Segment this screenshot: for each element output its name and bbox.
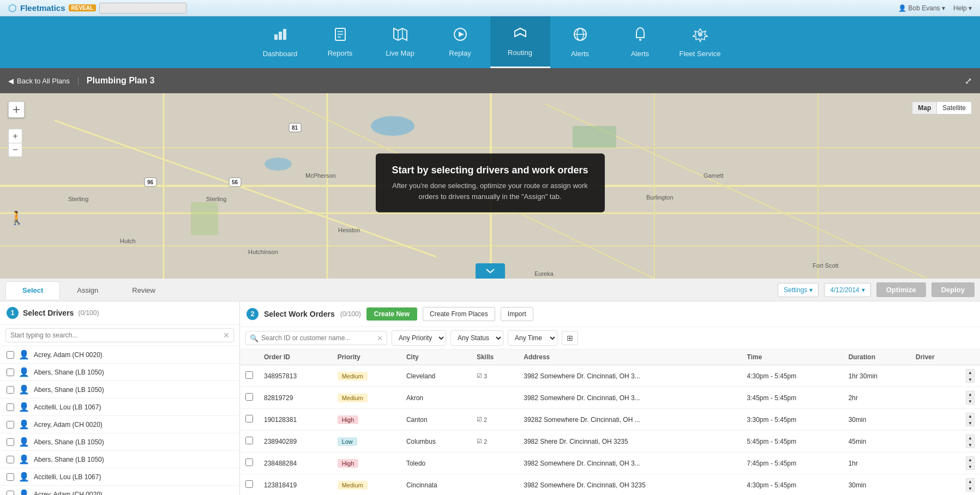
nav-routing[interactable]: Routing bbox=[490, 16, 550, 68]
driver-name: Abers, Shane (LB 1050) bbox=[34, 369, 104, 376]
col-skills[interactable]: Skills bbox=[471, 349, 518, 365]
driver-checkbox[interactable] bbox=[7, 456, 14, 463]
driver-checkbox[interactable] bbox=[7, 386, 14, 394]
list-item[interactable]: 👤 Acrey, Adam (CH 0020) bbox=[0, 486, 239, 495]
nav-reports[interactable]: Reports bbox=[310, 16, 370, 68]
street-view-icon[interactable]: 🚶 bbox=[9, 210, 25, 226]
list-item[interactable]: 👤 Abers, Shane (LB 1050) bbox=[0, 433, 239, 451]
row-scroll-up[interactable]: ▲ bbox=[966, 478, 975, 485]
svg-rect-2 bbox=[283, 29, 286, 40]
col-priority[interactable]: Priority bbox=[332, 349, 401, 365]
user-menu[interactable]: 👤 Bob Evans ▾ bbox=[898, 4, 945, 12]
row-checkbox[interactable] bbox=[245, 371, 253, 379]
row-scroll-up[interactable]: ▲ bbox=[966, 391, 975, 397]
priority-cell: Medium bbox=[332, 365, 401, 387]
map-collapse-button[interactable] bbox=[476, 263, 505, 279]
city-cell: Cincinnata bbox=[401, 474, 471, 496]
row-scroll-down[interactable]: ▼ bbox=[966, 463, 975, 470]
row-checkbox[interactable] bbox=[245, 393, 253, 401]
create-new-button[interactable]: Create New bbox=[366, 307, 417, 321]
time-filter[interactable]: Any Time Morning Afternoon bbox=[508, 330, 557, 346]
table-row: 348957813 Medium Cleveland ☑ 3 3982 Some… bbox=[240, 365, 980, 387]
driver-checkbox[interactable] bbox=[7, 351, 14, 359]
row-checkbox[interactable] bbox=[245, 458, 253, 466]
row-scroll-down[interactable]: ▼ bbox=[966, 485, 975, 492]
zoom-out-button[interactable]: − bbox=[8, 143, 22, 157]
col-duration[interactable]: Duration bbox=[843, 349, 910, 365]
list-item[interactable]: 👤 Abers, Shane (LB 1050) bbox=[0, 451, 239, 468]
driver-checkbox[interactable] bbox=[7, 473, 14, 481]
list-item[interactable]: 👤 Accitelli, Lou (LB 1067) bbox=[0, 468, 239, 486]
create-from-places-button[interactable]: Create From Places bbox=[423, 307, 495, 321]
row-checkbox[interactable] bbox=[245, 480, 253, 488]
top-search[interactable] bbox=[99, 3, 187, 14]
pan-control[interactable] bbox=[8, 101, 25, 118]
time-cell: 4:30pm - 5:45pm bbox=[742, 474, 843, 496]
list-item[interactable]: 👤 Acrey, Adam (CH 0020) bbox=[0, 346, 239, 364]
row-scroll-down[interactable]: ▼ bbox=[966, 442, 975, 448]
row-scroll-buttons: ▲ ▼ bbox=[966, 391, 975, 405]
list-item[interactable]: 👤 Acrey, Adam (CH 0020) bbox=[0, 416, 239, 433]
nav-alerts2[interactable]: Alerts bbox=[610, 16, 670, 68]
nav-replay[interactable]: Replay bbox=[430, 16, 490, 68]
map-type-map[interactable]: Map bbox=[912, 101, 936, 114]
panel-area: Select Assign Review Settings ▾ 4/12/201… bbox=[0, 279, 980, 495]
city-cell: Toledo bbox=[401, 452, 471, 474]
driver-avatar-icon: 👤 bbox=[19, 437, 29, 447]
nav-livemap[interactable]: Live Map bbox=[370, 16, 430, 68]
top-search-input[interactable] bbox=[99, 3, 187, 14]
driver-avatar-icon: 👤 bbox=[19, 402, 29, 412]
row-checkbox[interactable] bbox=[245, 437, 253, 444]
zoom-in-button[interactable]: + bbox=[8, 129, 22, 143]
date-button[interactable]: 4/12/2014 ▾ bbox=[824, 283, 870, 297]
col-driver[interactable]: Driver bbox=[910, 349, 960, 365]
tab-assign[interactable]: Assign bbox=[60, 281, 115, 299]
drivers-search-clear[interactable]: ✕ bbox=[223, 331, 230, 340]
col-city[interactable]: City bbox=[401, 349, 471, 365]
tab-select[interactable]: Select bbox=[5, 281, 60, 299]
row-scroll-up[interactable]: ▲ bbox=[966, 456, 975, 463]
map-type-satellite[interactable]: Satellite bbox=[936, 101, 972, 114]
import-button[interactable]: Import bbox=[501, 307, 533, 321]
col-time[interactable]: Time bbox=[742, 349, 843, 365]
optimize-button[interactable]: Optimize bbox=[876, 282, 926, 297]
driver-name: Accitelli, Lou (LB 1067) bbox=[34, 403, 101, 411]
order-id-cell: 190128381 bbox=[258, 409, 332, 431]
driver-checkbox[interactable] bbox=[7, 491, 14, 496]
priority-cell: High bbox=[332, 452, 401, 474]
col-address[interactable]: Address bbox=[518, 349, 741, 365]
orders-search-clear[interactable]: ✕ bbox=[377, 334, 383, 342]
row-scroll-down[interactable]: ▼ bbox=[966, 398, 975, 405]
back-button[interactable]: ◀ Back to All Plans bbox=[8, 77, 79, 85]
grid-view-button[interactable]: ⊞ bbox=[562, 331, 578, 345]
nav-dashboard[interactable]: Dashboard bbox=[250, 16, 310, 68]
row-scroll-down[interactable]: ▼ bbox=[966, 420, 975, 426]
list-item[interactable]: 👤 Accitelli, Lou (LB 1067) bbox=[0, 399, 239, 416]
help-menu[interactable]: Help ▾ bbox=[953, 4, 972, 12]
deploy-button[interactable]: Deploy bbox=[931, 282, 975, 297]
list-item[interactable]: 👤 Abers, Shane (LB 1050) bbox=[0, 364, 239, 381]
settings-button[interactable]: Settings ▾ bbox=[778, 283, 819, 297]
col-orderid[interactable]: Order ID bbox=[258, 349, 332, 365]
list-item[interactable]: 👤 Abers, Shane (LB 1050) bbox=[0, 381, 239, 399]
driver-checkbox[interactable] bbox=[7, 438, 14, 446]
tab-review[interactable]: Review bbox=[115, 281, 172, 299]
status-filter[interactable]: Any Status Open Closed bbox=[450, 330, 503, 346]
priority-filter[interactable]: Any Priority High Medium Low bbox=[392, 330, 446, 346]
fullscreen-button[interactable]: ⤢ bbox=[965, 76, 972, 86]
row-scroll-buttons: ▲ ▼ bbox=[966, 413, 975, 426]
row-scroll-up[interactable]: ▲ bbox=[966, 413, 975, 419]
driver-name: Abers, Shane (LB 1050) bbox=[34, 456, 104, 463]
nav-fleetservice[interactable]: Fleet Service bbox=[670, 16, 730, 68]
row-scroll-up[interactable]: ▲ bbox=[966, 434, 975, 441]
orders-search-input[interactable] bbox=[245, 331, 387, 345]
row-checkbox[interactable] bbox=[245, 415, 253, 422]
drivers-search-input[interactable] bbox=[5, 328, 234, 342]
nav-alerts1[interactable]: Alerts bbox=[550, 16, 610, 68]
driver-checkbox[interactable] bbox=[7, 403, 14, 411]
row-scroll-down[interactable]: ▼ bbox=[966, 376, 975, 383]
time-cell: 3:45pm - 5:45pm bbox=[742, 387, 843, 409]
row-scroll-up[interactable]: ▲ bbox=[966, 369, 975, 376]
driver-checkbox[interactable] bbox=[7, 369, 14, 376]
driver-checkbox[interactable] bbox=[7, 421, 14, 428]
